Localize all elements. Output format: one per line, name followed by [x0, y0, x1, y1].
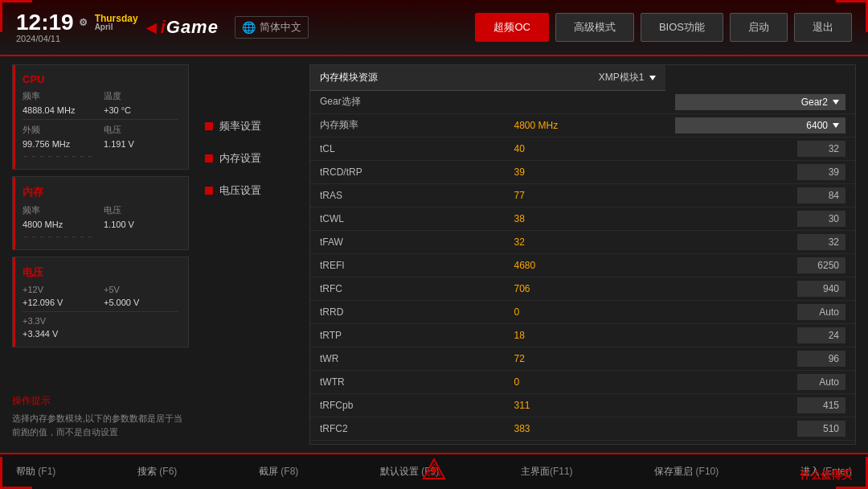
- volt-grid2: +3.3V +3.344 V: [23, 316, 178, 339]
- cpu-grid2: 外频 电压 99.756 MHz 1.191 V: [23, 124, 178, 149]
- row-dropdown[interactable]: 6400: [675, 117, 845, 134]
- row-current-val: 18: [505, 323, 665, 347]
- cpu-volt-value: 1.191 V: [104, 139, 178, 149]
- volt-title: 电压: [23, 265, 178, 280]
- row-current-val: 40: [505, 137, 665, 160]
- corner-tr-decoration: [836, 0, 868, 32]
- mem-freq-label: 频率: [23, 204, 97, 216]
- table-row[interactable]: Gear选择Gear2: [310, 91, 855, 114]
- row-name: tRTP: [310, 323, 505, 347]
- nav-oc-button[interactable]: 超频OC: [475, 13, 549, 42]
- mem-title: 内存: [23, 185, 178, 199]
- cpu-freq-label: 频率: [23, 90, 97, 102]
- row-name: tRFCpb: [310, 393, 505, 417]
- row-xmp-val: 6400: [665, 113, 855, 137]
- v33-label: +3.3V: [23, 316, 97, 326]
- table-row[interactable]: tRTP1824: [310, 323, 855, 347]
- cpu-ext-label: 外频: [23, 124, 97, 136]
- row-current-val: 4800 MHz: [505, 113, 665, 137]
- row-xmp-val: 6250: [665, 253, 855, 277]
- footer-f6[interactable]: 搜索 (F6): [137, 465, 177, 479]
- cpu-volt-label: 电压: [104, 124, 178, 136]
- corner-br-decoration: [836, 457, 868, 489]
- row-xmp-val: 96: [665, 347, 855, 370]
- cpu-freq-value: 4888.04 MHz: [23, 105, 97, 115]
- xmp-dropdown-arrow[interactable]: [649, 76, 656, 80]
- row-dropdown[interactable]: Gear2: [675, 94, 845, 110]
- watermark-prefix: 什么: [800, 469, 821, 481]
- globe-icon: 🌐: [242, 21, 256, 34]
- menu-volt[interactable]: 电压设置: [197, 177, 301, 204]
- row-xmp-val: 24: [665, 323, 855, 347]
- row-current-val: 311: [505, 393, 665, 417]
- table-row[interactable]: tRRD0Auto: [310, 300, 855, 323]
- table-row[interactable]: tRFC2383510: [310, 417, 855, 440]
- volt-card: 电压 +12V +5V +12.096 V +5.000 V +3.3V +3.…: [12, 257, 189, 347]
- row-name: Gear选择: [310, 91, 505, 114]
- table-row[interactable]: 内存频率4800 MHz6400: [310, 113, 855, 137]
- table-row[interactable]: tCWL3830: [310, 207, 855, 230]
- language-button[interactable]: 🌐 简体中文: [235, 16, 309, 39]
- row-name: tWTR: [310, 370, 505, 393]
- cpu-title: CPU: [23, 73, 178, 85]
- table-row[interactable]: tCL4032: [310, 137, 855, 160]
- v12-value: +12.096 V: [23, 298, 97, 307]
- row-xmp-val: Auto: [665, 370, 855, 393]
- table-row[interactable]: tRAS7784: [310, 183, 855, 207]
- footer-f11[interactable]: 主界面(F11): [521, 465, 573, 479]
- footer-f10[interactable]: 保存重启 (F10): [654, 465, 719, 479]
- row-xmp-val: 510: [665, 417, 855, 440]
- header: 12:19 ⚙ Thursday April 2024/04/11 ◀ iGam…: [0, 0, 868, 56]
- cpu-temp-label: 温度: [104, 90, 178, 102]
- cpu-temp-value: +30 °C: [104, 105, 178, 115]
- date-label: 2024/04/11: [16, 34, 138, 43]
- row-current-val: 4680: [505, 253, 665, 277]
- v12-label: +12V: [23, 285, 97, 294]
- table-row[interactable]: tRCD/tRP3939: [310, 160, 855, 183]
- table-row[interactable]: tRFC40Auto: [310, 440, 855, 445]
- xmp-header-label: XMP模块1: [599, 71, 645, 84]
- footer: 帮助 (F1) 搜索 (F6) 截屏 (F8) 默认设置 (F9) 主界面(F1…: [0, 453, 868, 489]
- table-row[interactable]: tWTR0Auto: [310, 370, 855, 393]
- menu-freq[interactable]: 频率设置: [197, 113, 301, 140]
- corner-bl-decoration: [0, 457, 32, 489]
- tips-text: 选择内存参数模块,以下的参数数都是居于当前跑的值，而不是自动设置: [12, 412, 189, 438]
- menu-dot2: [205, 154, 213, 162]
- volt-grid: +12V +5V +12.096 V +5.000 V: [23, 285, 178, 307]
- row-current-val: 39: [505, 160, 665, 183]
- nav-boot-button[interactable]: 启动: [730, 13, 788, 42]
- row-xmp-val: 39: [665, 160, 855, 183]
- menu-mem[interactable]: 内存设置: [197, 145, 301, 172]
- row-xmp-val: 32: [665, 137, 855, 160]
- row-xmp-val: Gear2: [665, 91, 855, 114]
- mem-freq-value: 4800 MHz: [23, 220, 97, 229]
- nav-bios-button[interactable]: BIOS功能: [641, 13, 723, 42]
- mem-volt-value: 1.100 V: [104, 220, 178, 229]
- table-row[interactable]: tRFC706940: [310, 277, 855, 300]
- table-row[interactable]: tWR7296: [310, 347, 855, 370]
- v33-empty: [104, 316, 178, 326]
- row-current-val: 32: [505, 230, 665, 253]
- igame-logo: iGame: [161, 17, 219, 38]
- row-current-val: 0: [505, 370, 665, 393]
- lang-label: 简体中文: [260, 20, 301, 35]
- row-xmp-val: 84: [665, 183, 855, 207]
- table-row[interactable]: tREFI46806250: [310, 253, 855, 277]
- row-name: 内存频率: [310, 113, 505, 137]
- row-name: tRFC4: [310, 440, 505, 445]
- table-row[interactable]: tRFCpb311415: [310, 393, 855, 417]
- table-row[interactable]: tFAW3232: [310, 230, 855, 253]
- nav-advanced-button[interactable]: 高级模式: [555, 13, 634, 42]
- footer-f8[interactable]: 截屏 (F8): [259, 465, 298, 479]
- row-current-val: 38: [505, 207, 665, 230]
- mem-grid: 频率 电压 4800 MHz 1.100 V: [23, 204, 178, 229]
- col1-header: 内存模块资源: [310, 65, 505, 91]
- logo-area: ◀ iGame: [146, 17, 219, 38]
- row-name: tFAW: [310, 230, 505, 253]
- row-current-val: 72: [505, 347, 665, 370]
- row-name: tCL: [310, 137, 505, 160]
- middle-panel: 频率设置 内存设置 电压设置: [197, 64, 301, 445]
- menu-mem-label: 内存设置: [219, 151, 261, 166]
- row-xmp-val: 415: [665, 393, 855, 417]
- v5-value: +5.000 V: [104, 298, 178, 307]
